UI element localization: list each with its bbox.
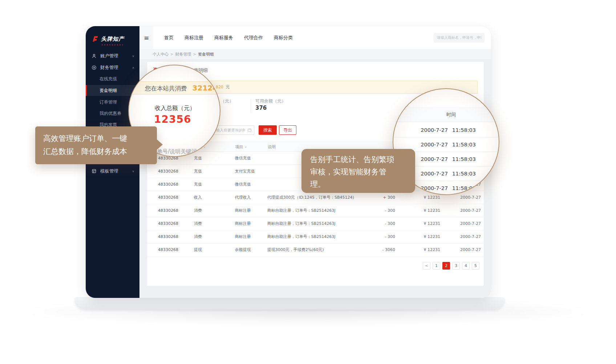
pagination-page-5[interactable]: 5 [472,262,479,270]
cell-time: 2000-7-27 11:58:03 [440,195,484,200]
sort-caret-icon: ∨ [244,146,247,148]
breadcrumb: 个人中心 > 财务管理 > 资金明细 [139,49,491,59]
trademark-search-input[interactable] [434,33,485,43]
table-row: 48330268消费商标注册商标自助注册，订单号：SB2514263J- 300… [147,217,484,230]
nav-item-home[interactable]: 首页 [164,35,174,41]
stat-divider [251,99,251,113]
cell-time: 2000-7-27 11:58:03 [440,247,484,252]
logo[interactable]: 头牌知产 [92,35,124,43]
cell-order-no: 48330268 [158,195,194,200]
banner-amount-unit: 元 [226,85,230,89]
cell-order-no: 48330268 [158,208,194,213]
sidebar-item-template[interactable]: 模板管理 ∨ [86,166,139,177]
banner-amount: 820 元 [216,81,230,93]
sidebar-item-finance[interactable]: 财务管理 ∧ [86,62,139,73]
pagination-page-1[interactable]: 1 [433,262,440,270]
chevron-down-icon: ∨ [132,170,134,173]
calendar-icon[interactable] [247,128,252,132]
cell-order-no: 48330268 [158,169,194,174]
pagination: < 1 2 3 4 5 [423,262,479,270]
magnified-income-value: 12356 [154,113,191,125]
cell-order-no: 48330268 [158,247,194,252]
cell-type: 消费 [194,208,235,213]
export-button[interactable]: 导出 [279,125,296,135]
laptop-base [74,297,505,310]
cell-project: 微信充值 [235,182,267,187]
breadcrumb-item[interactable]: 财务管理 [175,52,191,57]
cell-balance: ¥ 12231 [395,234,440,239]
search-button[interactable]: 搜索 [259,125,277,135]
pagination-prev-button[interactable]: < [423,262,430,270]
tooltip-finance-efficiency: 高效管理账户订单、一键 汇总数据，降低财务成本 [35,126,157,164]
magnified-time-cell: 2000-7-27 11:58:03 [393,123,499,137]
cell-amount: - 300 [364,221,395,226]
logo-text: 头牌知产 [101,36,124,43]
template-icon [92,169,97,174]
tooltip-smart-finance: 告别手工统计、告别繁琐 审核，实现智能财务管 理。 [301,149,415,193]
tooltip-line: 告别手工统计、告别繁琐 [310,153,415,166]
cell-amount: - 3060 [364,247,395,252]
magnified-time-header: 时间 [446,112,456,118]
cell-type: 消费 [194,221,235,226]
cell-amount: - 300 [364,208,395,213]
cell-time: 2000-7-27 11:58:03 [440,208,484,213]
cell-balance: ¥ 12231 [395,195,440,200]
cell-project: 余额提现 [235,247,267,252]
cell-type: 充值 [194,155,235,161]
header-project[interactable]: 项目∨ [235,144,268,150]
cell-type: 充值 [194,182,235,187]
cell-description: 商标自助注册，订单号：SB2514263J [267,234,365,239]
table-row: 48330268消费商标注册商标自助注册，订单号：SB2514263J- 300… [147,204,484,217]
table-row: 48330268消费商标注册商标自助注册，订单号：SB2514263J- 300… [147,230,484,243]
cell-time: 2000-7-27 11:58:03 [440,234,484,239]
breadcrumb-current: 资金明细 [198,52,214,57]
breadcrumb-item[interactable]: 个人中心 [153,52,169,57]
sidebar-item-account[interactable]: 账户管理 ∨ [86,50,139,61]
cell-type: 充值 [194,169,235,174]
pagination-page-2-active[interactable]: 2 [442,262,450,270]
breadcrumb-separator: > [193,52,196,56]
magnified-consumption-banner: 您在本站共消费 32124 [129,81,220,94]
nav-item-trademark-service[interactable]: 商标服务 [214,35,233,41]
sidebar-item-label: 财务管理 [100,65,118,71]
hamburger-menu-icon[interactable]: ≡ [139,26,153,49]
cell-project: 商标注册 [235,221,267,226]
cell-type: 消费 [194,234,235,239]
tooltip-line: 理。 [310,178,415,190]
user-icon [92,53,97,58]
logo-tagline [102,44,123,45]
nav-item-agent-cooperation[interactable]: 代理合作 [244,35,263,41]
cell-amount: - 300 [364,234,395,239]
available-balance-label: 可用余额（元） [255,98,286,104]
nav-item-trademark-category[interactable]: 商标分类 [274,35,293,41]
cell-description: 提现3000元，手续费2%(60元) [267,247,365,252]
logo-icon [92,35,99,43]
cell-project: 微信充值 [235,155,267,161]
cell-project: 商标注册 [235,208,267,213]
top-navbar: ≡ 首页 商标注册 商标服务 代理合作 商标分类 [139,26,491,49]
cell-project: 代理收入 [235,195,267,200]
nav-item-trademark-register[interactable]: 商标注册 [185,35,203,41]
cell-description: 商标自助注册，订单号：SB2514263J [267,221,365,226]
cell-time: 2000-7-27 11:58:03 [440,221,484,226]
chevron-down-icon: ∨ [132,54,134,58]
magnified-banner-text: 您在本站共消费 [145,85,187,92]
sidebar-item-online-recharge[interactable]: 在线充值 [86,73,139,84]
cell-balance: ¥ 12231 [395,221,440,226]
cell-description: 代理提成300元（ID:1245，订单号：SB45124) [267,195,365,200]
sidebar-item-label: 账户管理 [100,53,118,59]
cell-order-no: 48330268 [158,234,194,239]
pagination-page-4[interactable]: 4 [462,262,470,270]
pagination-page-3[interactable]: 3 [452,262,460,270]
available-balance-value: 376 [255,105,267,111]
finance-icon [92,65,97,70]
cell-type: 提现 [194,247,235,252]
cell-balance: ¥ 12231 [395,247,440,252]
header-project-label: 项目 [235,145,243,149]
magnified-time-header-band [393,107,499,122]
sidebar-item-label: 模板管理 [100,168,118,174]
breadcrumb-separator: > [170,52,173,56]
chevron-up-icon: ∧ [132,66,134,69]
tooltip-line: 高效管理账户订单、一键 [43,132,157,145]
cell-order-no: 48330268 [158,221,194,226]
